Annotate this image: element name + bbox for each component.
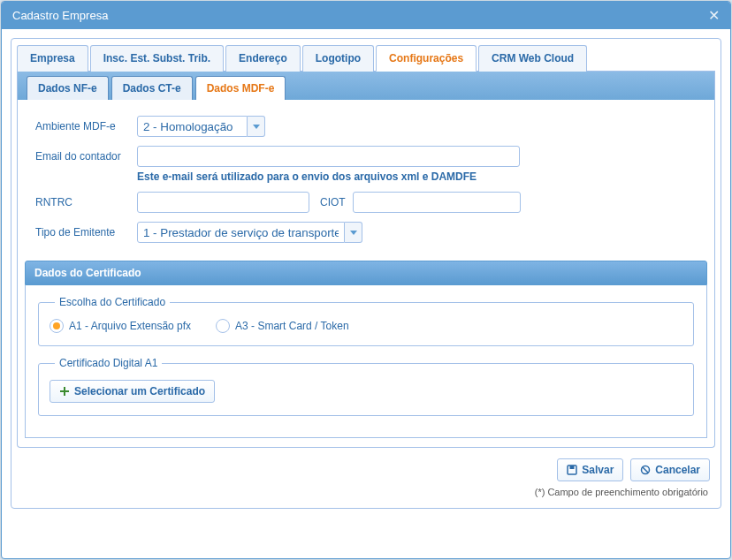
btn-selecionar-certificado[interactable]: Selecionar um Certificado — [50, 380, 215, 403]
fieldset-certificado-a1: Certificado Digital A1 Selecionar um Cer… — [38, 357, 694, 416]
input-email-contador[interactable] — [137, 146, 520, 167]
radio-icon[interactable] — [50, 319, 64, 333]
tab-logotipo[interactable]: Logotipo — [302, 45, 374, 72]
row-rntrc-ciot: RNTRC CIOT — [35, 192, 697, 213]
label-ciot: CIOT — [320, 196, 346, 208]
radio-a1-label: A1 - Arquivo Extensão pfx — [69, 320, 191, 332]
certificado-wrapper: Dados do Certificado Escolha do Certific… — [18, 261, 714, 447]
primary-tabs: Empresa Insc. Est. Subst. Trib. Endereço… — [17, 44, 715, 72]
fieldset-escolha-certificado: Escolha do Certificado A1 - Arquivo Exte… — [38, 296, 694, 346]
chevron-down-icon[interactable] — [248, 116, 265, 137]
save-button-label: Salvar — [582, 464, 614, 476]
dialog-footer: Salvar Cancelar — [17, 448, 715, 485]
section-header-certificado: Dados do Certificado — [25, 261, 707, 285]
plus-icon — [59, 386, 70, 397]
close-icon[interactable]: ✕ — [708, 7, 720, 24]
tab-insc-est-subst-trib[interactable]: Insc. Est. Subst. Trib. — [90, 45, 224, 72]
tab-endereco[interactable]: Endereço — [225, 45, 301, 72]
tab-dados-cte[interactable]: Dados CT-e — [111, 76, 193, 100]
config-panel: Dados NF-e Dados CT-e Dados MDF-e Ambien… — [17, 72, 715, 448]
chevron-down-icon[interactable] — [345, 222, 362, 243]
row-tipo-emitente: Tipo de Emitente — [35, 222, 697, 243]
dialog-cadastro-empresa: Cadastro Empresa ✕ Empresa Insc. Est. Su… — [1, 1, 731, 559]
tab-dados-mdfe[interactable]: Dados MDF-e — [195, 76, 286, 100]
combo-tipo-emitente[interactable] — [137, 222, 362, 243]
save-button[interactable]: Salvar — [557, 458, 623, 481]
dialog-title: Cadastro Empresa — [12, 9, 108, 22]
section-body-certificado: Escolha do Certificado A1 - Arquivo Exte… — [25, 285, 707, 438]
secondary-tabs: Dados NF-e Dados CT-e Dados MDF-e — [18, 72, 714, 100]
cancel-button[interactable]: Cancelar — [630, 458, 710, 481]
legend-escolha-certificado: Escolha do Certificado — [55, 296, 170, 308]
input-rntrc[interactable] — [137, 192, 309, 213]
form-area: Ambiente MDF-e Email do contador Este e-… — [18, 100, 714, 261]
tab-empresa[interactable]: Empresa — [17, 45, 88, 72]
row-ambiente: Ambiente MDF-e — [35, 116, 697, 137]
legend-certificado-a1: Certificado Digital A1 — [55, 357, 162, 369]
input-ciot[interactable] — [353, 192, 521, 213]
label-email-contador: Email do contador — [35, 150, 137, 163]
tab-crm-web-cloud[interactable]: CRM Web Cloud — [478, 45, 587, 72]
radio-group-tipo-certificado: A1 - Arquivo Extensão pfx A3 - Smart Car… — [50, 319, 682, 333]
cancel-button-label: Cancelar — [655, 464, 700, 476]
row-email: Email do contador — [35, 146, 697, 167]
radio-a1[interactable]: A1 - Arquivo Extensão pfx — [50, 319, 191, 333]
outer-panel: Empresa Insc. Est. Subst. Trib. Endereço… — [11, 38, 721, 509]
radio-a3[interactable]: A3 - Smart Card / Token — [216, 319, 349, 333]
required-note: (*) Campo de preenchimento obrigatório — [17, 485, 715, 503]
input-ambiente-mdfe[interactable] — [137, 116, 248, 137]
tab-dados-nfe[interactable]: Dados NF-e — [27, 76, 109, 100]
svg-line-3 — [643, 467, 648, 473]
label-ambiente-mdfe: Ambiente MDF-e — [35, 120, 137, 132]
label-rntrc: RNTRC — [35, 196, 137, 208]
save-icon — [567, 465, 577, 475]
combo-ambiente-mdfe[interactable] — [137, 116, 265, 137]
helper-email: Este e-mail será utilizado para o envio … — [137, 170, 697, 183]
svg-rect-1 — [570, 465, 575, 469]
radio-icon[interactable] — [216, 319, 230, 333]
dialog-titlebar: Cadastro Empresa ✕ — [2, 2, 730, 29]
tab-configuracoes[interactable]: Configurações — [376, 45, 477, 72]
cancel-icon — [640, 465, 651, 475]
radio-a3-label: A3 - Smart Card / Token — [235, 320, 349, 332]
dialog-content: Empresa Insc. Est. Subst. Trib. Endereço… — [2, 29, 730, 518]
input-tipo-emitente[interactable] — [137, 222, 345, 243]
label-tipo-emitente: Tipo de Emitente — [35, 226, 137, 238]
btn-selecionar-certificado-label: Selecionar um Certificado — [74, 385, 205, 397]
